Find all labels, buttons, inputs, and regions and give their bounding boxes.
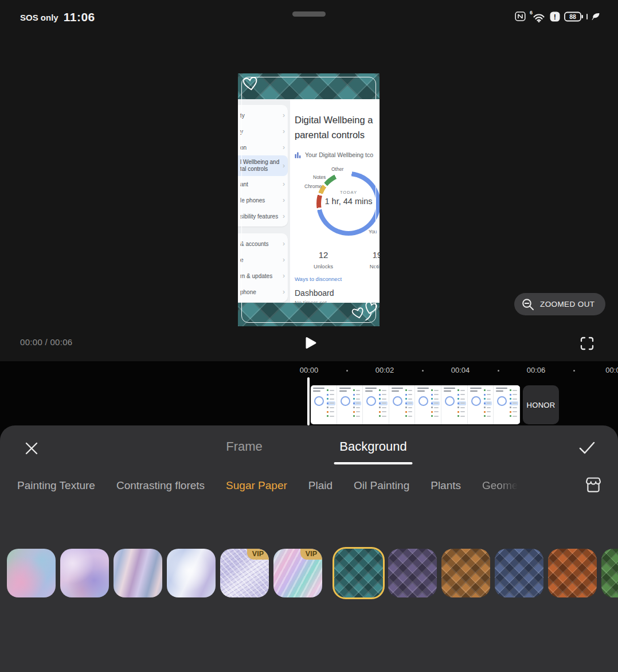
ways-to-disconnect-link: Ways to disconnect bbox=[295, 276, 342, 282]
chevron-right-icon: › bbox=[283, 111, 285, 119]
category-tabs: Painting Texture Contrasting florets Sug… bbox=[0, 476, 618, 495]
tick-dot bbox=[422, 370, 424, 372]
background-swatch-argyle-brown[interactable] bbox=[441, 549, 490, 597]
background-swatch-holo-1[interactable] bbox=[7, 549, 56, 597]
background-swatch-argyle-green[interactable] bbox=[601, 549, 618, 597]
donut-center-text: TODAY 1 hr, 44 mins bbox=[316, 190, 380, 206]
background-swatch-argyle-rust[interactable] bbox=[548, 549, 597, 597]
bar-chart-icon bbox=[295, 152, 301, 158]
sidebar-item: on› bbox=[238, 139, 288, 155]
tick-dot bbox=[573, 370, 575, 372]
sidebar-item-digital-wellbeing: l Wellbeing and tal controls › bbox=[238, 155, 288, 176]
category-plants[interactable]: Plants bbox=[431, 479, 461, 492]
sidebar-item: ant› bbox=[238, 176, 288, 192]
background-swatch-holo-4[interactable] bbox=[167, 549, 216, 597]
chevron-right-icon: › bbox=[283, 288, 285, 296]
wifi6-icon: 6 bbox=[530, 10, 546, 23]
clock: 11:06 bbox=[64, 10, 95, 24]
video-clip-filmstrip[interactable] bbox=[311, 385, 520, 424]
playhead[interactable] bbox=[307, 377, 310, 425]
category-painting-texture[interactable]: Painting Texture bbox=[17, 479, 95, 492]
category-geometric[interactable]: Geomet bbox=[482, 479, 521, 492]
background-swatch-holo-3[interactable] bbox=[114, 549, 162, 597]
zoom-state-pill: ZOOMED OUT bbox=[514, 293, 605, 315]
background-swatch-holo-2[interactable] bbox=[60, 549, 109, 597]
category-contrasting-florets[interactable]: Contrasting florets bbox=[116, 479, 205, 492]
eco-leaf-icon bbox=[591, 11, 601, 21]
filmstrip-frame bbox=[441, 385, 468, 424]
dashboard-label: Dashboard bbox=[295, 288, 334, 298]
filmstrip-frame bbox=[311, 385, 337, 424]
sidebar-item: m & updates› bbox=[238, 268, 288, 284]
wellbeing-content: Digital Wellbeing a parental controls Yo… bbox=[290, 99, 380, 303]
chevron-right-icon: › bbox=[283, 143, 285, 151]
filmstrip-frame bbox=[363, 385, 389, 424]
filmstrip-frame bbox=[415, 385, 441, 424]
background-swatch-holo-6-vip[interactable]: VIP bbox=[273, 549, 322, 597]
battery-percent: 88 bbox=[569, 13, 576, 20]
notifications-stat: 19 Notific bbox=[361, 250, 380, 269]
tab-background[interactable]: Background bbox=[339, 439, 406, 454]
background-swatch-argyle-purple[interactable] bbox=[388, 549, 437, 597]
battery-icon: 88 bbox=[564, 11, 583, 22]
camera-notch bbox=[292, 11, 326, 17]
store-button[interactable] bbox=[584, 475, 603, 495]
timeline-tick: 00:06 bbox=[527, 366, 546, 374]
sidebar-item: ty› bbox=[238, 107, 288, 123]
status-icons: 6 ! 88 bbox=[514, 10, 601, 23]
donut-label-youtube: You bbox=[369, 229, 377, 235]
network-status-label: SOS only bbox=[20, 13, 58, 22]
category-sugar-paper[interactable]: Sugar Paper bbox=[226, 479, 287, 492]
sidebar-group-1: ty› y› on› l Wellbeing and tal controls … bbox=[238, 105, 288, 226]
unlocks-stat: 12 Unlocks bbox=[307, 250, 339, 269]
chevron-right-icon: › bbox=[283, 240, 285, 248]
sidebar-item: le phones› bbox=[238, 192, 288, 208]
chevron-right-icon: › bbox=[283, 212, 285, 220]
timeline-tick: 00:00 bbox=[300, 366, 319, 374]
chevron-right-icon: › bbox=[283, 196, 285, 204]
donut-label-chrome: Chrome bbox=[304, 183, 322, 189]
sim-alert-icon: ! bbox=[549, 11, 561, 22]
zoom-state-label: ZOOMED OUT bbox=[540, 300, 595, 308]
status-left: SOS only 11:06 bbox=[20, 10, 95, 24]
dashboard-sublabel: No timers set bbox=[295, 299, 327, 303]
sidebar-item: phone› bbox=[238, 284, 288, 300]
background-swatch-argyle-navy[interactable] bbox=[495, 549, 543, 597]
tick-dot bbox=[346, 370, 348, 372]
storefront-icon bbox=[584, 475, 603, 495]
timeline-tick: 00:04 bbox=[451, 366, 470, 374]
background-swatch-holo-5-vip[interactable]: VIP bbox=[220, 549, 269, 597]
timeline-tick: 00:02 bbox=[376, 366, 394, 374]
category-oil-painting[interactable]: Oil Painting bbox=[354, 479, 409, 492]
brand-watermark-tile[interactable]: HONOR bbox=[523, 385, 559, 424]
wellbeing-tools-row: Your Digital Wellbeing tco bbox=[295, 151, 373, 158]
sidebar-item: sibility features› bbox=[238, 208, 288, 224]
timeline-tick: 00:0 bbox=[605, 366, 618, 374]
video-preview[interactable]: ty› y› on› l Wellbeing and tal controls … bbox=[238, 73, 380, 326]
chevron-right-icon: › bbox=[283, 256, 285, 264]
heart-doodle-icon bbox=[240, 74, 261, 95]
play-button[interactable] bbox=[302, 335, 318, 351]
sidebar-item: & accounts› bbox=[238, 236, 288, 252]
filmstrip-frame bbox=[468, 385, 494, 424]
hearts-doodle-icon bbox=[348, 295, 378, 324]
svg-text:!: ! bbox=[554, 12, 556, 21]
chevron-right-icon: › bbox=[283, 180, 285, 188]
tab-frame[interactable]: Frame bbox=[226, 439, 263, 454]
settings-sidebar: ty› y› on› l Wellbeing and tal controls … bbox=[238, 99, 290, 303]
sidebar-group-2: & accounts› e› m & updates› phone› bbox=[238, 233, 288, 302]
confirm-button[interactable] bbox=[577, 440, 597, 456]
video-editor-screen: SOS only 11:06 6 bbox=[0, 0, 618, 672]
playback-time: 00:00 / 00:06 bbox=[20, 337, 72, 347]
donut-label-notes: Notes bbox=[313, 174, 326, 180]
close-button[interactable] bbox=[23, 440, 40, 457]
tick-dot bbox=[498, 370, 499, 372]
background-swatch-argyle-teal-selected[interactable] bbox=[333, 547, 385, 599]
sidebar-item: y› bbox=[238, 123, 288, 139]
page-title: Digital Wellbeing a parental controls bbox=[295, 113, 373, 142]
fullscreen-button[interactable] bbox=[579, 335, 595, 351]
check-icon bbox=[577, 440, 597, 456]
chevron-right-icon: › bbox=[283, 272, 285, 280]
chevron-right-icon: › bbox=[283, 162, 285, 170]
category-plaid[interactable]: Plaid bbox=[308, 479, 333, 492]
